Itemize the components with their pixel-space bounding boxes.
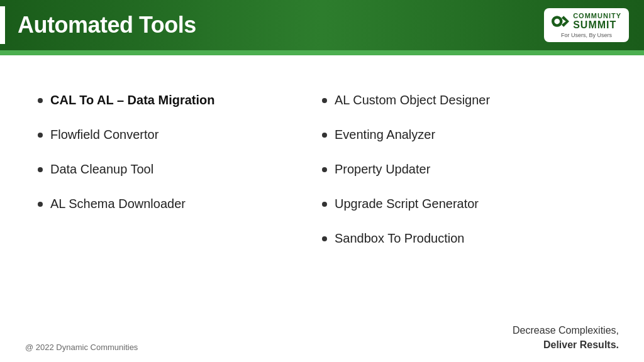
list-item: Property Updater <box>322 162 606 177</box>
list-item: AL Schema Downloader <box>38 197 322 211</box>
right-item-0: AL Custom Object Designer <box>335 93 490 107</box>
page-title: Automated Tools <box>18 12 196 38</box>
svg-point-2 <box>555 19 560 25</box>
bullet-dot <box>322 167 327 172</box>
bullet-dot <box>38 133 43 138</box>
bullet-dot <box>38 98 43 103</box>
bullet-dot <box>322 236 327 241</box>
header: Automated Tools COMMUNITY SUMMIT For Use… <box>0 0 644 50</box>
bullet-dot <box>322 202 327 207</box>
left-column: CAL To AL – Data Migration Flowfield Con… <box>38 93 322 266</box>
right-item-3: Upgrade Script Generator <box>335 197 479 211</box>
svg-marker-1 <box>562 16 569 27</box>
right-item-1: Eventing Analyzer <box>335 128 435 142</box>
logo-container: COMMUNITY SUMMIT For Users, By Users <box>544 8 629 42</box>
footer-tagline-line2: Deliver Results. <box>513 338 619 352</box>
left-item-2: Data Cleanup Tool <box>50 162 153 177</box>
header-accent-bar <box>0 6 5 44</box>
logo-text-block: COMMUNITY SUMMIT <box>573 12 621 31</box>
right-item-2: Property Updater <box>335 162 430 177</box>
bullet-dot <box>38 202 43 207</box>
list-item: Sandbox To Production <box>322 231 606 246</box>
right-bullet-list: AL Custom Object Designer Eventing Analy… <box>322 93 606 246</box>
logo-summit: SUMMIT <box>573 19 621 31</box>
list-item: Data Cleanup Tool <box>38 162 322 177</box>
left-item-3: AL Schema Downloader <box>50 197 186 211</box>
header-left: Automated Tools <box>0 6 196 44</box>
left-bullet-list: CAL To AL – Data Migration Flowfield Con… <box>38 93 322 211</box>
right-item-4: Sandbox To Production <box>335 231 464 246</box>
sub-bar <box>0 50 644 55</box>
list-item: AL Custom Object Designer <box>322 93 606 107</box>
list-item: Flowfield Convertor <box>38 128 322 142</box>
logo-tagline: For Users, By Users <box>561 32 612 38</box>
bullet-dot <box>322 133 327 138</box>
left-item-0: CAL To AL – Data Migration <box>50 93 215 107</box>
right-column: AL Custom Object Designer Eventing Analy… <box>322 93 606 266</box>
logo-community: COMMUNITY <box>573 12 621 19</box>
footer-tagline-line1: Decrease Complexities, <box>513 324 619 337</box>
footer-copyright: @ 2022 Dynamic Communities <box>25 343 138 352</box>
main-content: CAL To AL – Data Migration Flowfield Con… <box>0 55 644 291</box>
bullet-dot <box>322 98 327 103</box>
footer-tagline: Decrease Complexities, Deliver Results. <box>513 324 619 352</box>
bullet-dot <box>38 167 43 172</box>
footer: @ 2022 Dynamic Communities Decrease Comp… <box>0 314 644 362</box>
community-summit-icon <box>552 13 569 30</box>
list-item: Eventing Analyzer <box>322 128 606 142</box>
logo-top: COMMUNITY SUMMIT <box>552 12 621 31</box>
list-item: CAL To AL – Data Migration <box>38 93 322 107</box>
left-item-1: Flowfield Convertor <box>50 128 158 142</box>
list-item: Upgrade Script Generator <box>322 197 606 211</box>
